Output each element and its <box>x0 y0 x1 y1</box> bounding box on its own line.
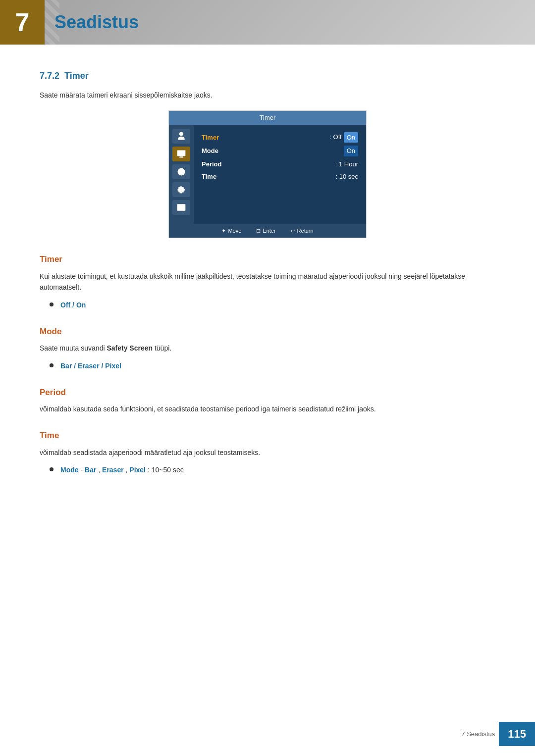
timer-bullet-text: Off / On <box>60 300 86 310</box>
footer-move-label: Move <box>228 227 241 235</box>
sidebar-icon-3 <box>172 164 190 179</box>
sidebar-icon-4 <box>172 182 190 197</box>
mode-bullet-text: Bar / Eraser / Pixel <box>60 361 121 371</box>
menu-row-mode: Mode On <box>202 144 358 158</box>
menu-value-period: : 1 Hour <box>335 159 358 169</box>
menu-value-time: : 10 sec <box>335 172 358 182</box>
mode-desc-prefix: Saate muuta suvandi <box>40 344 107 352</box>
mode-heading: Mode <box>40 325 495 338</box>
menu-value-timer: : Off On <box>329 132 358 143</box>
menu-label-mode: Mode <box>202 146 218 156</box>
sidebar-icon-1 <box>172 129 190 144</box>
menu-value-mode: On <box>344 146 358 156</box>
enter-icon: ⊟ <box>256 227 261 235</box>
svg-rect-2 <box>179 157 183 158</box>
ui-title: Timer <box>169 111 366 125</box>
time-bullet-suffix: : 10~50 sec <box>148 466 184 474</box>
main-content: 7.7.2 Timer Saate määrata taimeri ekraan… <box>0 45 535 519</box>
time-bullet: Mode - Bar , Eraser , Pixel : 10~50 sec <box>40 465 495 475</box>
time-description: võimaldab seadistada ajaperioodi määratl… <box>40 447 495 458</box>
return-icon: ↩ <box>291 227 295 235</box>
footer-return-label: Return <box>297 227 314 235</box>
menu-row-period: Period : 1 Hour <box>202 158 358 171</box>
menu-label-timer: Timer <box>202 133 219 143</box>
ui-sidebar <box>169 125 194 224</box>
time-bullet-pixel: Pixel <box>129 466 146 474</box>
ui-main-panel: Timer : Off On Mode On Period : 1 Hour T… <box>194 125 366 224</box>
time-bullet-dash: - <box>80 466 85 474</box>
menu-row-time: Time : 10 sec <box>202 170 358 183</box>
chapter-title: Seadistus <box>54 9 139 36</box>
mode-desc-suffix: tüüpi. <box>153 344 171 352</box>
timer-off: : Off <box>329 132 341 143</box>
time-bullet-mode: Mode <box>60 466 79 474</box>
mode-bullet: Bar / Eraser / Pixel <box>40 361 495 371</box>
svg-point-3 <box>178 168 185 175</box>
mode-desc-bold: Safety Screen <box>107 344 153 352</box>
footer-btn-enter: ⊟ Enter <box>256 227 275 235</box>
time-bullet-text: Mode - Bar , Eraser , Pixel : 10~50 sec <box>60 465 184 475</box>
timer-description: Kui alustate toimingut, et kustutada üks… <box>40 271 495 293</box>
svg-rect-4 <box>177 204 186 210</box>
svg-rect-0 <box>177 150 186 156</box>
time-bullet-eraser: Eraser <box>102 466 124 474</box>
timer-on: On <box>344 132 358 143</box>
ui-body: Timer : Off On Mode On Period : 1 Hour T… <box>169 125 366 224</box>
bullet-dot-timer <box>50 302 54 306</box>
timer-heading: Timer <box>40 253 495 266</box>
footer-btn-return: ↩ Return <box>291 227 314 235</box>
ui-footer: ✦ Move ⊟ Enter ↩ Return <box>169 224 366 238</box>
page-footer: 7 Seadistus 115 <box>461 722 535 746</box>
bullet-dot-mode <box>50 363 54 367</box>
menu-label-period: Period <box>202 159 221 169</box>
sidebar-icon-5 <box>172 200 190 215</box>
section-heading: 7.7.2 Timer <box>40 69 495 83</box>
move-icon: ✦ <box>221 227 226 235</box>
mode-description: Saate muuta suvandi Safety Screen tüüpi. <box>40 343 495 353</box>
menu-label-time: Time <box>202 172 216 182</box>
footer-enter-label: Enter <box>263 227 275 235</box>
sidebar-icon-2 <box>172 147 190 161</box>
section-intro: Saate määrata taimeri ekraani sissepõlem… <box>40 90 495 101</box>
timer-bullet: Off / On <box>40 300 495 310</box>
ui-screenshot: Timer <box>168 110 367 238</box>
period-description: võimaldab kasutada seda funktsiooni, et … <box>40 403 495 414</box>
time-heading: Time <box>40 429 495 442</box>
period-heading: Period <box>40 386 495 399</box>
chapter-number: 7 <box>0 0 45 45</box>
svg-rect-1 <box>180 156 183 157</box>
time-bullet-bar: Bar <box>85 466 96 474</box>
time-bullet-comma1: , <box>98 466 102 474</box>
menu-row-timer: Timer : Off On <box>202 131 358 145</box>
page-header: 7 Seadistus <box>0 0 535 45</box>
footer-text: 7 Seadistus <box>461 729 499 739</box>
page-number: 115 <box>499 722 535 746</box>
bullet-dot-time <box>50 467 54 471</box>
footer-btn-move: ✦ Move <box>221 227 241 235</box>
